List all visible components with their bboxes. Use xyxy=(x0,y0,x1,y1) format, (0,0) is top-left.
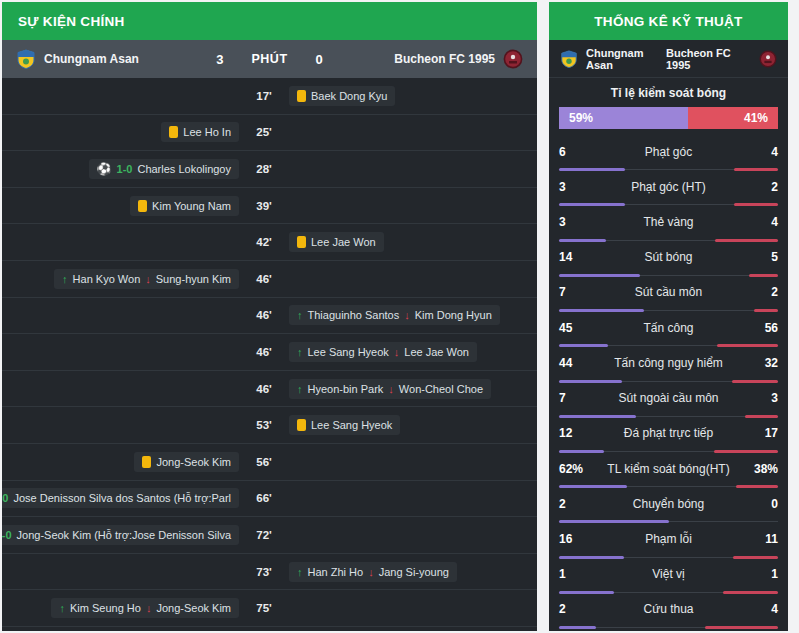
event-pill[interactable]: ⚽2-0Jose Denisson Silva dos Santos (Hỗ t… xyxy=(2,488,239,508)
event-pill[interactable]: ↑Hyeon-bin Park↓Won-Cheol Choe xyxy=(289,379,491,399)
event-away-zone: ↑Han Zhi Ho↓Jang Si-young xyxy=(289,562,537,582)
stats-header: THỐNG KÊ KỸ THUẬT xyxy=(549,2,788,40)
sub-out-player: Sung-hyun Kim xyxy=(156,273,231,285)
home-team-name: Chungnam Asan xyxy=(44,52,139,66)
goal-score: 2-0 xyxy=(2,492,8,504)
stat-away-bar xyxy=(749,274,778,277)
stat-home-bar xyxy=(559,591,614,594)
stat-values: 14Sút bóng5 xyxy=(559,250,778,264)
stat-home-value: 62% xyxy=(559,462,601,476)
event-pill[interactable]: ↑Kim Seung Ho↓Jong-Seok Kim xyxy=(51,598,239,618)
stat-row: 12Đá phạt trực tiếp17 xyxy=(559,420,778,455)
event-pill[interactable]: Lee Ho In xyxy=(161,122,239,142)
stat-away-value: 11 xyxy=(736,532,778,546)
stat-home-value: 12 xyxy=(559,426,601,440)
event-pill[interactable]: ⚽3-0Jong-Seok Kim (Hỗ trợ:Jose Denisson … xyxy=(2,525,239,545)
scoreboard-bar: Chungnam Asan 3 PHÚT 0 Bucheon FC 1995 xyxy=(2,40,537,78)
event-home-zone: ⚽3-0Jong-Seok Kim (Hỗ trợ:Jose Denisson … xyxy=(2,525,239,545)
event-pill[interactable]: ↑Lee Sang Hyeok↓Lee Jae Won xyxy=(289,342,477,362)
stat-values: 7Sút cầu môn2 xyxy=(559,285,778,299)
stat-row: 14Sút bóng5 xyxy=(559,244,778,279)
arrow-up-icon: ↑ xyxy=(62,273,68,285)
event-row: Kim Young Nam39' xyxy=(2,188,537,225)
stats-home-team: Chungnam Asan xyxy=(559,47,666,71)
event-time: 66' xyxy=(239,492,289,504)
event-row: 42'Lee Jae Won xyxy=(2,224,537,261)
stat-home-bar xyxy=(559,415,636,418)
away-team-logo-icon xyxy=(758,50,778,68)
stat-home-bar xyxy=(559,203,625,206)
event-player: Lee Jae Won xyxy=(311,236,376,248)
stat-away-bar xyxy=(734,203,778,206)
stat-away-value: 2 xyxy=(736,285,778,299)
stat-away-value: 4 xyxy=(736,145,778,159)
possession-section: Tỉ lệ kiểm soát bóng 59% 41% xyxy=(549,78,788,138)
event-pill[interactable]: ↑Han Zhi Ho↓Jang Si-young xyxy=(289,562,457,582)
stat-label: Đá phạt trực tiếp xyxy=(601,426,736,440)
event-row: 46'↑Thiaguinho Santos↓Kim Dong Hyun xyxy=(2,298,537,335)
event-time: 75' xyxy=(239,602,289,614)
stat-home-bar xyxy=(559,274,640,277)
stat-home-bar xyxy=(559,309,644,312)
away-team: Bucheon FC 1995 xyxy=(323,49,523,69)
event-away-zone: ↑Thiaguinho Santos↓Kim Dong Hyun xyxy=(289,305,537,325)
possession-home-value: 59% xyxy=(569,111,593,125)
event-pill[interactable]: Jong-Seok Kim xyxy=(134,452,239,472)
stat-label: Tấn công nguy hiểm xyxy=(601,356,736,370)
arrow-up-icon: ↑ xyxy=(297,566,303,578)
event-pill[interactable]: Lee Jae Won xyxy=(289,232,384,252)
stat-home-value: 7 xyxy=(559,285,601,299)
key-events-panel: SỰ KIỆN CHÍNH Chungnam Asan 3 PHÚT 0 Buc… xyxy=(2,2,537,631)
stat-values: 62%TL kiểm soát bóng(HT)38% xyxy=(559,462,778,476)
stat-row: 44Tấn công nguy hiểm32 xyxy=(559,349,778,384)
arrow-down-icon: ↓ xyxy=(368,566,374,578)
home-team: Chungnam Asan xyxy=(16,49,216,69)
arrow-up-icon: ↑ xyxy=(297,346,303,358)
event-pill[interactable]: Kim Young Nam xyxy=(130,196,239,216)
event-time: 25' xyxy=(239,126,289,138)
stat-label: Tấn công xyxy=(601,321,736,335)
stat-away-bar xyxy=(723,591,778,594)
sub-in-player: Thiaguinho Santos xyxy=(308,309,400,321)
stat-label: Chuyển bóng xyxy=(601,497,736,511)
stat-home-value: 2 xyxy=(559,602,601,616)
stat-row: 2Cứu thua4 xyxy=(559,596,778,631)
event-time: 56' xyxy=(239,456,289,468)
yellow-card-icon xyxy=(142,456,151,468)
event-home-zone: Jong-Seok Kim xyxy=(2,452,239,472)
event-home-zone: Kim Young Nam xyxy=(2,196,239,216)
arrow-down-icon: ↓ xyxy=(146,602,152,614)
stat-row: 62%TL kiểm soát bóng(HT)38% xyxy=(559,455,778,490)
yellow-card-icon xyxy=(297,236,306,248)
event-row: ↑Kim Seung Ho↓Jong-Seok Kim75' xyxy=(2,590,537,627)
stat-away-bar xyxy=(705,626,778,629)
event-row: 17'Baek Dong Kyu xyxy=(2,78,537,115)
event-pill[interactable]: Baek Dong Kyu xyxy=(289,86,395,106)
event-row: 53'Lee Sang Hyeok xyxy=(2,407,537,444)
event-pill[interactable]: ↑Thiaguinho Santos↓Kim Dong Hyun xyxy=(289,305,500,325)
event-row: ⚽2-0Jose Denisson Silva dos Santos (Hỗ t… xyxy=(2,481,537,518)
stat-home-value: 14 xyxy=(559,250,601,264)
event-time: 72' xyxy=(239,529,289,541)
possession-away-segment: 41% xyxy=(688,107,778,129)
event-pill[interactable]: ⚽1-0Charles Lokolingoy xyxy=(89,159,239,179)
stat-row: 2Chuyển bóng0 xyxy=(559,490,778,525)
event-row: 46'↑Hyeon-bin Park↓Won-Cheol Choe xyxy=(2,371,537,408)
events-timeline: 17'Baek Dong KyuLee Ho In25'⚽1-0Charles … xyxy=(2,78,537,631)
stat-away-bar xyxy=(736,485,778,488)
event-pill[interactable]: Lee Sang Hyeok xyxy=(289,415,400,435)
stat-home-bar xyxy=(559,626,596,629)
stat-home-bar xyxy=(559,450,604,453)
possession-home-segment: 59% xyxy=(559,107,688,129)
event-home-zone: ↑Kim Seung Ho↓Jong-Seok Kim xyxy=(2,598,239,618)
stats-list: 6Phạt góc43Phạt góc (HT)23Thẻ vàng414Sút… xyxy=(549,138,788,631)
event-pill[interactable]: ↑Han Kyo Won↓Sung-hyun Kim xyxy=(54,269,239,289)
home-score: 3 xyxy=(216,52,223,67)
stat-away-value: 0 xyxy=(736,497,778,511)
stat-home-value: 45 xyxy=(559,321,601,335)
stat-home-value: 3 xyxy=(559,215,601,229)
stats-home-team-name: Chungnam Asan xyxy=(586,47,666,71)
arrow-down-icon: ↓ xyxy=(394,346,400,358)
event-away-zone: Lee Jae Won xyxy=(289,232,537,252)
stat-label: Sút cầu môn xyxy=(601,285,736,299)
